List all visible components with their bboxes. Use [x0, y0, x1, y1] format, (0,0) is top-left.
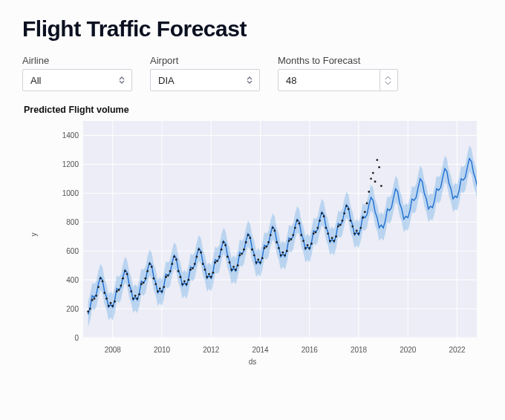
observed-point	[229, 261, 231, 263]
observed-point	[183, 280, 186, 283]
observed-point	[343, 212, 345, 214]
y-tick: 200	[49, 305, 79, 313]
observed-point	[325, 227, 327, 229]
observed-point	[359, 227, 362, 229]
observed-point	[280, 255, 282, 257]
observed-point	[145, 278, 147, 280]
observed-point	[337, 226, 339, 228]
observed-point	[192, 267, 194, 269]
observed-point	[272, 227, 274, 229]
observed-point	[94, 298, 96, 300]
observed-point	[169, 270, 172, 272]
x-tick: 2022	[449, 346, 465, 354]
airline-select[interactable]: All	[22, 69, 132, 91]
x-tick: 2020	[400, 346, 416, 354]
observed-point	[116, 290, 118, 292]
observed-point	[200, 252, 202, 254]
observed-point	[255, 261, 258, 263]
x-tick: 2018	[351, 346, 367, 354]
observed-point	[364, 211, 366, 213]
observed-point	[202, 263, 204, 265]
observed-point	[267, 241, 270, 243]
observed-point	[362, 217, 364, 219]
observed-point	[204, 269, 206, 271]
observed-point	[111, 305, 114, 307]
observed-point	[251, 249, 253, 251]
observed-point	[366, 203, 368, 205]
months-input[interactable]: 48	[278, 69, 398, 91]
observed-point	[181, 283, 183, 286]
observed-point	[380, 185, 382, 187]
observed-point	[323, 215, 325, 217]
observed-point	[134, 295, 137, 297]
observed-point	[235, 269, 237, 271]
observed-point	[189, 269, 192, 271]
observed-point	[327, 232, 329, 234]
observed-point	[308, 247, 310, 249]
observed-point	[97, 286, 100, 288]
observed-point	[194, 263, 196, 265]
observed-point	[163, 286, 165, 288]
airport-control: Airport DIA	[150, 55, 260, 91]
airport-value: DIA	[158, 75, 175, 86]
observed-point	[222, 241, 224, 243]
observed-point	[136, 298, 138, 300]
observed-point	[89, 308, 91, 310]
airport-label: Airport	[150, 55, 260, 66]
observed-point	[350, 220, 352, 222]
updown-icon	[118, 76, 126, 84]
observed-point	[257, 258, 259, 260]
observed-point	[333, 240, 335, 242]
observed-point	[292, 234, 294, 236]
observed-point	[278, 247, 280, 249]
observed-point	[132, 298, 134, 300]
observed-point	[290, 238, 293, 240]
y-tick: 600	[49, 247, 79, 255]
observed-point	[358, 232, 360, 234]
observed-point	[159, 287, 161, 289]
observed-point	[210, 276, 212, 278]
observed-point	[124, 270, 126, 272]
observed-point	[339, 224, 342, 226]
observed-point	[122, 278, 124, 280]
y-axis-label: y	[30, 233, 38, 237]
y-tick: 400	[49, 276, 79, 284]
observed-point	[316, 227, 319, 229]
observed-point	[335, 235, 337, 237]
observed-point	[130, 290, 132, 292]
observed-point	[128, 285, 130, 287]
observed-point	[342, 220, 344, 222]
observed-point	[138, 293, 140, 295]
x-tick: 2012	[203, 346, 219, 354]
observed-point	[259, 261, 261, 263]
observed-point	[378, 166, 380, 168]
observed-point	[315, 231, 317, 233]
x-tick: 2010	[154, 346, 170, 354]
y-tick: 1400	[49, 131, 79, 140]
observed-point	[313, 232, 315, 234]
observed-point	[288, 240, 290, 242]
observed-point	[103, 292, 105, 294]
airline-control: Airline All	[22, 55, 132, 91]
observed-point	[177, 270, 180, 272]
observed-point	[307, 244, 309, 246]
observed-point	[118, 289, 120, 291]
stepper-icon[interactable]	[379, 70, 391, 91]
observed-point	[294, 227, 296, 229]
observed-point	[224, 244, 227, 246]
observed-point	[243, 249, 245, 251]
observed-point	[372, 172, 374, 174]
observed-point	[143, 282, 145, 284]
y-tick: 0	[49, 334, 79, 342]
observed-point	[171, 263, 173, 265]
observed-point	[304, 247, 307, 249]
observed-point	[376, 159, 378, 161]
observed-point	[120, 285, 122, 287]
updown-icon	[246, 76, 253, 84]
observed-point	[100, 278, 102, 280]
observed-point	[356, 230, 358, 232]
observed-point	[331, 237, 333, 239]
observed-point	[265, 246, 267, 248]
observed-point	[319, 220, 321, 222]
airport-select[interactable]: DIA	[150, 69, 260, 91]
